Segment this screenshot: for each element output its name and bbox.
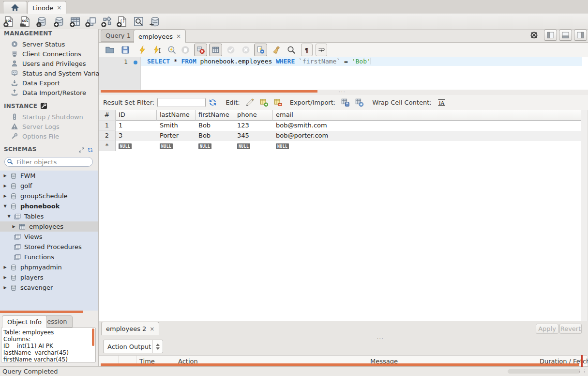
reconnect-dbms-button[interactable]: [149, 16, 161, 28]
chevron-right-icon[interactable]: ▶: [11, 224, 17, 229]
splitter-grip[interactable]: ···: [339, 90, 346, 94]
toggle-autocommit-button[interactable]: [254, 44, 267, 56]
sidebar-item-users-privileges[interactable]: Users and Privileges: [0, 59, 98, 68]
column-header-lastname[interactable]: lastName: [157, 110, 196, 121]
sql-code-editor[interactable]: 1 SELECT * FROM phonebook.employees WHER…: [99, 57, 588, 90]
open-sql-script-button[interactable]: SQL: [19, 16, 31, 28]
tree-item-schema[interactable]: ▶ FWM: [0, 171, 98, 181]
limit-rows-button[interactable]: [209, 44, 222, 56]
commit-button[interactable]: [226, 45, 236, 55]
chevron-down-icon[interactable]: ▼: [6, 214, 12, 219]
connection-tab-close-icon[interactable]: ×: [57, 4, 61, 11]
stepper-up-icon[interactable]: [156, 344, 160, 346]
toggle-stop-on-error-button[interactable]: [194, 44, 207, 56]
open-script-button[interactable]: [105, 45, 115, 55]
search-table-data-button[interactable]: [133, 16, 145, 28]
delete-row-icon[interactable]: [273, 98, 283, 107]
execute-current-button[interactable]: [152, 45, 162, 55]
tab-employees-2[interactable]: employees 2 ×: [101, 322, 159, 335]
chevron-right-icon[interactable]: ▶: [2, 184, 8, 188]
create-view-button[interactable]: [85, 16, 97, 28]
execute-button[interactable]: [137, 45, 147, 55]
explain-button[interactable]: [167, 45, 177, 55]
sql-statement[interactable]: SELECT * FROM phonebook.employees WHERE …: [147, 58, 371, 65]
tree-item-table-employees[interactable]: ▶ employees: [0, 221, 98, 232]
null-badge[interactable]: NULL: [237, 143, 250, 149]
export-recordset-icon[interactable]: [341, 98, 350, 107]
null-badge[interactable]: NULL: [160, 143, 173, 149]
chevron-right-icon[interactable]: ▶: [2, 194, 8, 198]
tree-item-procedures-folder[interactable]: Stored Procedures: [0, 242, 98, 252]
edit-record-icon[interactable]: [245, 98, 255, 107]
tab-close-icon[interactable]: ×: [176, 33, 181, 40]
output-selector[interactable]: Action Output: [103, 340, 163, 353]
resize-grip-icon[interactable]: ⋮⋮: [577, 369, 587, 374]
add-row-icon[interactable]: [259, 98, 269, 107]
tree-item-functions-folder[interactable]: Functions: [0, 252, 98, 262]
null-badge[interactable]: NULL: [276, 143, 289, 149]
tree-item-schema[interactable]: ▶ groupSchedule: [0, 191, 98, 201]
stepper-down-icon[interactable]: [156, 347, 160, 350]
refresh-schemas-icon[interactable]: [87, 147, 93, 153]
splitter-grip[interactable]: ···: [377, 336, 384, 341]
tree-item-tables-folder[interactable]: ▼ Tables: [0, 211, 98, 221]
null-badge[interactable]: NULL: [119, 143, 132, 149]
result-filter-input[interactable]: [157, 98, 206, 107]
refresh-results-icon[interactable]: [208, 98, 217, 107]
column-header-rownum[interactable]: #: [99, 110, 116, 121]
sidebar-item-server-status[interactable]: Server Status: [0, 39, 98, 49]
sidebar-item-client-connections[interactable]: Client Connections: [0, 49, 98, 59]
tree-item-schema-phonebook[interactable]: ▼ phonebook: [0, 201, 98, 211]
sidebar-item-data-import[interactable]: Data Import/Restore: [0, 88, 98, 97]
tab-employees[interactable]: employees ×: [134, 30, 186, 43]
new-sql-tab-button[interactable]: SQL: [3, 16, 15, 28]
create-table-button[interactable]: [69, 16, 81, 28]
create-function-button[interactable]: (): [116, 16, 128, 28]
column-header-id[interactable]: ID: [116, 110, 157, 121]
create-schema-button[interactable]: [53, 16, 65, 28]
table-row-new[interactable]: * NULL NULL NULL NULL NULL: [99, 141, 588, 151]
horizontal-scrollbar[interactable]: [508, 369, 580, 374]
sidebar-item-data-export[interactable]: Data Export: [0, 78, 98, 88]
tree-item-schema[interactable]: ▶ phpmyadmin: [0, 262, 98, 272]
splitter-grip[interactable]: ···: [46, 310, 54, 314]
rollback-button[interactable]: [241, 45, 251, 55]
sidebar-item-options-file[interactable]: Options File: [0, 131, 98, 141]
toggle-invisibles-button[interactable]: ¶: [301, 44, 313, 56]
find-button[interactable]: [286, 45, 296, 55]
editor-result-splitter[interactable]: ···: [99, 90, 588, 95]
chevron-right-icon[interactable]: ▶: [2, 275, 8, 280]
save-script-button[interactable]: [121, 45, 130, 55]
toggle-word-wrap-button[interactable]: [316, 44, 327, 56]
wrap-cell-content-icon[interactable]: IA: [437, 98, 446, 107]
table-row[interactable]: 2 3 Porter Bob 345 bob@porter.com: [99, 131, 588, 141]
result-grid-scrollbar[interactable]: [581, 110, 588, 321]
sidebar-splitter[interactable]: [0, 311, 83, 313]
chevron-right-icon[interactable]: ▶: [2, 285, 8, 290]
expand-schemas-icon[interactable]: [78, 147, 85, 153]
object-info-scrollbar[interactable]: [92, 329, 94, 346]
open-inspector-button[interactable]: [36, 16, 48, 28]
chevron-right-icon[interactable]: ▶: [2, 265, 8, 269]
tree-item-views-folder[interactable]: Views: [0, 232, 98, 242]
column-header-email[interactable]: email: [273, 110, 581, 121]
import-records-icon[interactable]: [355, 98, 364, 107]
selector-stepper[interactable]: [152, 340, 163, 353]
apply-button[interactable]: Apply: [536, 324, 558, 334]
null-badge[interactable]: NULL: [198, 143, 211, 149]
tree-item-schema[interactable]: ▶ golf: [0, 181, 98, 191]
home-tab[interactable]: [3, 1, 27, 14]
schema-filter-input[interactable]: [15, 158, 90, 166]
sidebar-item-system-variables[interactable]: Status and System Variables: [0, 68, 98, 78]
beautify-button[interactable]: [272, 45, 282, 55]
revert-button[interactable]: Revert: [559, 324, 582, 334]
tree-item-schema[interactable]: ▶ scavenger: [0, 282, 98, 293]
chevron-right-icon[interactable]: ▶: [2, 173, 8, 178]
column-header-phone[interactable]: phone: [234, 110, 273, 121]
tree-item-schema[interactable]: ▶ players: [0, 272, 98, 282]
column-header-firstname[interactable]: firstName: [196, 110, 234, 121]
sidebar-item-startup-shutdown[interactable]: Startup / Shutdown: [0, 112, 98, 122]
create-procedure-button[interactable]: [101, 16, 113, 28]
tab-object-info[interactable]: Object Info: [2, 315, 47, 328]
connection-tab[interactable]: Linode ×: [28, 1, 66, 14]
